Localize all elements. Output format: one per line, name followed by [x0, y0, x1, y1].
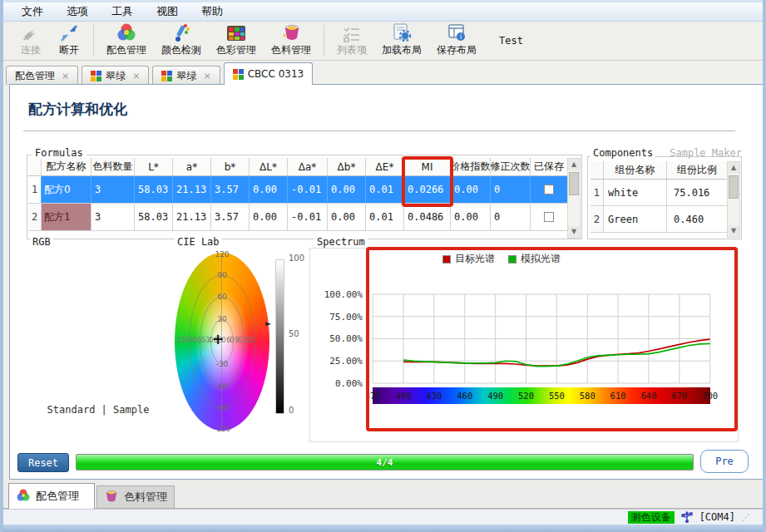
cell: 0.00	[328, 176, 366, 203]
colorant-management-button[interactable]: 色料管理	[264, 22, 319, 60]
app-window: 文件 选项 工具 视图 帮助 连接 断开 配色管理	[0, 0, 766, 532]
paint-bucket-icon	[280, 22, 302, 43]
col-dE[interactable]: ΔE*	[366, 158, 404, 175]
tab-cuilv-1[interactable]: 翠绿 ×	[82, 66, 149, 85]
scroll-thumb[interactable]	[569, 172, 579, 195]
cell: 0.01	[366, 176, 404, 203]
tab-cbcc-0313[interactable]: CBCC 0313	[224, 62, 314, 85]
tab-sample-maker[interactable]: Sample Maker	[667, 147, 744, 159]
col-da[interactable]: Δa*	[288, 158, 328, 175]
load-layout-button[interactable]: 加载布局	[374, 22, 429, 60]
spectrum-panel-label: Spectrum	[314, 236, 368, 248]
close-icon[interactable]: ×	[203, 71, 210, 81]
components-table: 组份名称 组份比例 1 white 75.016 2 Green 0.460	[591, 161, 727, 233]
mi-cell: 0.0486	[404, 204, 451, 230]
menu-help[interactable]: 帮助	[191, 2, 233, 21]
scroll-up-icon[interactable]: ▲	[728, 162, 739, 174]
disconnect-label: 断开	[59, 43, 79, 57]
row-number-header	[28, 158, 42, 175]
svg-text:640: 640	[640, 391, 656, 401]
col-price-index[interactable]: 价格指数	[451, 158, 491, 175]
cell: 21.13	[173, 176, 211, 203]
tab-components[interactable]: Components	[591, 147, 655, 159]
scroll-thumb[interactable]	[729, 175, 739, 199]
disconnect-icon	[58, 23, 80, 43]
component-ratio: 75.016	[667, 180, 727, 205]
menu-file[interactable]: 文件	[12, 2, 53, 21]
close-icon[interactable]: ×	[62, 71, 69, 81]
cell: -0.01	[288, 204, 328, 230]
com-port-label: [COM4]	[699, 511, 735, 523]
tab-label: 翠绿	[106, 69, 126, 83]
bottom-tab-colorant-management[interactable]: 色料管理	[96, 485, 175, 509]
saved-checkbox[interactable]	[544, 212, 554, 222]
target-series-swatch	[442, 255, 451, 264]
components-header-row: 组份名称 组份比例	[591, 161, 727, 180]
col-L[interactable]: L*	[135, 158, 173, 175]
col-MI[interactable]: MI	[404, 158, 451, 175]
scroll-down-icon[interactable]: ▼	[568, 226, 580, 238]
lightness-label-100: 100	[289, 254, 304, 263]
saved-checkbox[interactable]	[544, 185, 554, 195]
color-detect-label: 颜色检测	[161, 43, 201, 57]
connect-label: 连接	[21, 43, 41, 57]
col-db[interactable]: Δb*	[328, 158, 366, 175]
col-formula-name[interactable]: 配方名称	[42, 158, 91, 175]
components-scrollbar[interactable]: ▲ ▼	[727, 161, 740, 238]
test-label: Test	[499, 35, 523, 47]
col-correction-count[interactable]: 修正次数	[491, 158, 531, 175]
svg-text:460: 460	[457, 391, 472, 401]
scroll-down-icon[interactable]: ▼	[728, 225, 739, 237]
puzzle-icon	[161, 71, 172, 81]
formula-row-1[interactable]: 1 配方0 3 58.03 21.13 3.57 0.00 -0.01 0.00…	[28, 176, 567, 204]
menu-bar: 文件 选项 工具 视图 帮助	[3, 2, 763, 22]
tab-color-matching[interactable]: 配色管理 ×	[6, 66, 78, 85]
color-matching-button[interactable]: 配色管理	[99, 22, 154, 60]
col-dL[interactable]: ΔL*	[250, 158, 288, 175]
cie-axis-label: 90	[210, 271, 235, 279]
formula-row-2[interactable]: 2 配方1 3 58.03 21.13 3.57 0.00 -0.01 0.00…	[28, 204, 567, 231]
scroll-up-icon[interactable]: ▲	[568, 159, 580, 170]
cell: 0.00	[451, 176, 491, 203]
formula-name-cell: 配方0	[42, 176, 91, 203]
component-row-2[interactable]: 2 Green 0.460	[591, 206, 727, 233]
menu-view[interactable]: 视图	[146, 2, 188, 21]
cie-axis-label: -90	[210, 404, 235, 412]
lightness-gradient-bar[interactable]	[275, 259, 284, 414]
cell: 0	[491, 176, 531, 203]
pre-button[interactable]: Pre	[700, 450, 749, 473]
col-saved[interactable]: 已保存	[531, 158, 567, 175]
col-component-ratio[interactable]: 组份比例	[667, 161, 727, 179]
disconnect-button[interactable]: 断开	[50, 22, 88, 60]
bottom-tab-color-matching[interactable]: 配色管理	[8, 483, 95, 509]
rgb-circles-icon	[16, 488, 31, 505]
mi-cell: 0.0266	[404, 176, 451, 203]
close-icon[interactable]: ×	[132, 71, 140, 81]
y-tick-label: 75.00%	[319, 312, 363, 323]
col-component-name[interactable]: 组份名称	[604, 161, 667, 179]
cie-sample-crosshair: +	[212, 331, 224, 347]
toolbar: 连接 断开 配色管理 颜色检测 色彩管理	[3, 22, 763, 61]
spectrum-chart: 370400430460490520550580610640670700	[368, 283, 720, 416]
list-items-button[interactable]: 列表项	[329, 22, 374, 60]
resize-grip[interactable]: ⋰	[742, 513, 751, 522]
y-tick-label: 0.00%	[319, 378, 363, 389]
formulas-group-label: Formulas	[32, 147, 86, 159]
col-b[interactable]: b*	[211, 158, 250, 175]
col-colorant-count[interactable]: 色料数量	[91, 158, 135, 175]
tab-cuilv-2[interactable]: 翠绿 ×	[152, 66, 220, 85]
menu-options[interactable]: 选项	[57, 2, 98, 21]
component-row-1[interactable]: 1 white 75.016	[591, 180, 727, 206]
save-layout-button[interactable]: i 保存布局	[429, 22, 484, 60]
reset-button[interactable]: Reset	[17, 453, 69, 472]
color-detect-button[interactable]: 颜色检测	[154, 22, 209, 60]
cie-axis-label: 120	[210, 250, 235, 259]
color-management-button[interactable]: 色彩管理	[209, 22, 264, 60]
menu-tools[interactable]: 工具	[101, 2, 143, 21]
formulas-scrollbar[interactable]: ▲ ▼	[567, 158, 581, 239]
paint-bucket-icon	[104, 489, 119, 506]
color-detect-icon	[170, 22, 192, 43]
lightness-marker-icon[interactable]: ►	[265, 319, 271, 328]
connect-button[interactable]: 连接	[12, 22, 50, 60]
col-a[interactable]: a*	[173, 158, 211, 175]
